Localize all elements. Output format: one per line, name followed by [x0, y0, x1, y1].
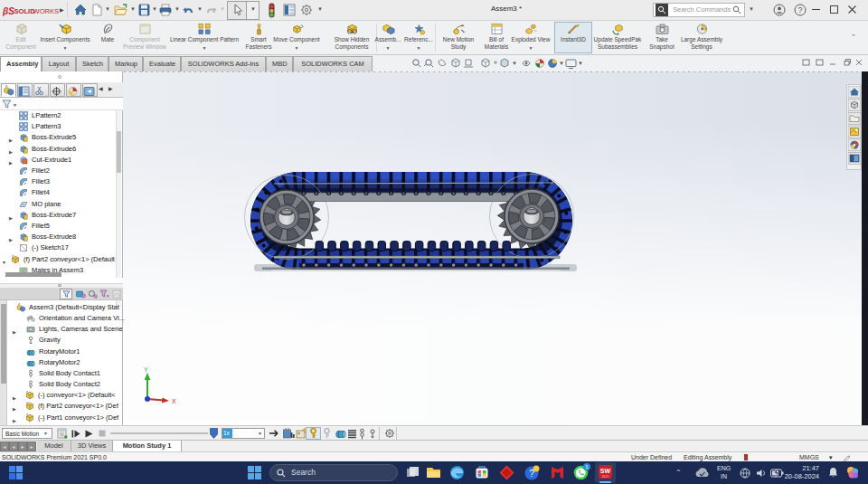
svg-text:?: ?: [797, 5, 802, 14]
svg-text:▼: ▼: [559, 61, 564, 66]
svg-text:▼: ▼: [512, 61, 517, 66]
svg-text:2021: 2021: [602, 475, 609, 479]
svg-text:βS: βS: [3, 6, 14, 16]
svg-text:Y: Y: [144, 366, 148, 373]
svg-text:SW: SW: [600, 468, 611, 474]
svg-text:▼: ▼: [578, 61, 583, 66]
svg-text:WORKS: WORKS: [33, 7, 60, 15]
svg-text:X: X: [172, 398, 176, 404]
